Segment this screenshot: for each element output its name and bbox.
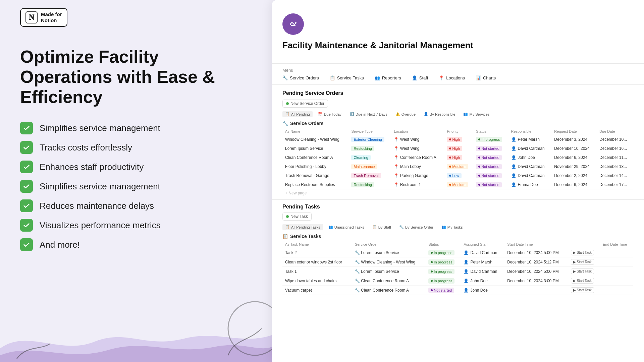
tcol-name: As Task Name bbox=[282, 241, 352, 248]
menu-item-service-orders[interactable]: 🔧 Service Orders bbox=[282, 75, 319, 80]
staff-filter-icon: 📋 bbox=[372, 225, 377, 229]
feature-text: Visualizes performance metrics bbox=[40, 220, 161, 231]
priority: High bbox=[444, 144, 473, 153]
calendar-icon: 📅 bbox=[318, 112, 323, 116]
table-row: Clean exterior windows 2st floor 🔧 Windo… bbox=[282, 257, 633, 267]
tasks-filter-icon: 📋 bbox=[285, 225, 290, 229]
col-responsible: Responsible bbox=[508, 128, 552, 135]
my-tasks-icon: 👥 bbox=[441, 225, 446, 229]
table-row: Task 2 🔧 Lorem Ipsum Service In progress… bbox=[282, 248, 633, 257]
task-start: December 10, 2024 5:00 PM bbox=[504, 267, 568, 276]
col-priority: Priority bbox=[444, 128, 473, 135]
task-status: In progress bbox=[426, 267, 461, 276]
filter-all-pending[interactable]: 📋 All Pending bbox=[282, 111, 313, 117]
order-name: Trash Removal - Garage bbox=[282, 171, 348, 180]
table-row: Vacuum carpet 🔧 Clean Conference Room A … bbox=[282, 286, 633, 295]
new-page-button[interactable]: + New page bbox=[282, 189, 633, 197]
col-due-date: Due Date bbox=[597, 128, 633, 135]
list-item: Reduces maintenance delays bbox=[20, 199, 252, 212]
tcol-staff: Assigned Staff bbox=[461, 241, 504, 248]
table-row: Floor Polishing - Lobby Maintenance 📍 Ma… bbox=[282, 162, 633, 171]
check-icon bbox=[20, 161, 33, 173]
menu-item-reporters[interactable]: 👥 Reporters bbox=[375, 75, 401, 80]
menu-item-staff[interactable]: 👤 Staff bbox=[412, 75, 428, 80]
task-start: December 10, 2024 5:00 PM bbox=[504, 248, 568, 257]
unassigned-icon: 👥 bbox=[328, 225, 333, 229]
service-order-icon: 🔧 bbox=[399, 225, 404, 229]
request-date: December 6, 2024 bbox=[551, 153, 597, 162]
due-date: December 10... bbox=[597, 135, 633, 144]
col-request-date: Request Date bbox=[551, 128, 597, 135]
new-service-order-button[interactable]: New Service Order bbox=[282, 100, 328, 108]
pending-tasks-title: Pending Tasks bbox=[282, 204, 633, 210]
filter-by-staff[interactable]: 📋 By Staff bbox=[370, 224, 394, 230]
filter-by-service-order[interactable]: 🔧 By Service Order bbox=[396, 224, 436, 230]
filter-icon: 📋 bbox=[285, 112, 290, 116]
service-type: Restocking bbox=[348, 144, 391, 153]
notion-badge[interactable]: 𝐍 Made for Notion bbox=[20, 8, 67, 27]
status: Not started bbox=[473, 171, 508, 180]
task-staff: 👤Peter Marsh bbox=[461, 257, 504, 267]
filter-by-responsible[interactable]: 👤 By Responsible bbox=[421, 111, 458, 117]
priority: Medium bbox=[444, 180, 473, 189]
task-action-cell: ▶ Start Task bbox=[568, 276, 600, 286]
col-status: Status bbox=[473, 128, 508, 135]
responsible: 👤David Cartman bbox=[508, 162, 552, 171]
app-icon bbox=[282, 13, 304, 35]
due-date: December 14... bbox=[597, 171, 633, 180]
task-end bbox=[600, 257, 633, 267]
responsible: 👤Peter Marsh bbox=[508, 135, 552, 144]
order-name: Lorem Ipsum Service bbox=[282, 144, 348, 153]
location: 📍 Main Lobby bbox=[391, 162, 444, 171]
new-task-dot bbox=[286, 215, 289, 218]
left-panel: 𝐍 Made for Notion Optimize Facility Oper… bbox=[0, 0, 272, 362]
menu-item-charts[interactable]: 📊 Charts bbox=[476, 75, 496, 80]
check-icon bbox=[20, 219, 33, 232]
status: Not started bbox=[473, 144, 508, 153]
task-name: Task 2 bbox=[282, 248, 352, 257]
menu-item-locations[interactable]: 📍 Locations bbox=[439, 75, 465, 80]
start-task-button[interactable]: ▶ Start Task bbox=[571, 278, 594, 284]
start-task-button[interactable]: ▶ Start Task bbox=[571, 268, 594, 274]
list-item: Simplifies service management bbox=[20, 122, 252, 134]
responsible: 👤David Cartman bbox=[508, 171, 552, 180]
tcol-order: Service Order bbox=[352, 241, 426, 248]
filter-all-tasks[interactable]: 📋 All Pending Tasks bbox=[282, 224, 323, 230]
status: Not started bbox=[473, 180, 508, 189]
filter-my-services[interactable]: 👥 My Services bbox=[461, 111, 492, 117]
request-date: December 10, 2024 bbox=[551, 144, 597, 153]
filter-due-today[interactable]: 📅 Due Today bbox=[315, 111, 344, 117]
priority: Low bbox=[444, 171, 473, 180]
orders-filter-bar: 📋 All Pending 📅 Due Today ➡️ Due in Next… bbox=[282, 111, 633, 117]
service-type: Maintenance bbox=[348, 162, 391, 171]
menu-item-label: Locations bbox=[446, 75, 465, 80]
start-task-button[interactable]: ▶ Start Task bbox=[571, 250, 594, 255]
filter-my-tasks[interactable]: 👥 My Tasks bbox=[439, 224, 466, 230]
task-action-cell: ▶ Start Task bbox=[568, 286, 600, 295]
filter-due-next-7[interactable]: ➡️ Due in Next 7 Days bbox=[347, 111, 390, 117]
task-staff: 👤John Doe bbox=[461, 286, 504, 295]
tcol-end: End Date Time bbox=[600, 241, 633, 248]
tcol-status: Status bbox=[426, 241, 461, 248]
status: In progress bbox=[473, 135, 508, 144]
my-services-icon: 👥 bbox=[463, 112, 468, 116]
table-row: Clean Conference Room A Cleaning 📍 Confe… bbox=[282, 153, 633, 162]
service-type: Restocking bbox=[348, 180, 391, 189]
start-task-button[interactable]: ▶ Start Task bbox=[571, 287, 594, 293]
col-name: As Name bbox=[282, 128, 348, 135]
due-date: December 17... bbox=[597, 180, 633, 189]
right-panel: Facility Maintenance & Janitorial Manage… bbox=[272, 0, 644, 362]
arrow-icon: ➡️ bbox=[350, 112, 354, 116]
new-task-button[interactable]: New Task bbox=[282, 213, 312, 221]
notion-header: Facility Maintenance & Janitorial Manage… bbox=[272, 13, 644, 63]
menu-item-service-tasks[interactable]: 📋 Service Tasks bbox=[330, 75, 364, 80]
svg-point-3 bbox=[290, 23, 291, 25]
start-task-button[interactable]: ▶ Start Task bbox=[571, 259, 594, 265]
filter-overdue[interactable]: ⚠️ Overdue bbox=[393, 111, 418, 117]
responsible: 👤John Doe bbox=[508, 153, 552, 162]
task-order: 🔧 Lorem Ipsum Service bbox=[352, 248, 426, 257]
task-status: Not started bbox=[426, 286, 461, 295]
location: 📍 West Wing bbox=[391, 135, 444, 144]
priority: Medium bbox=[444, 162, 473, 171]
filter-unassigned-tasks[interactable]: 👥 Unassigned Tasks bbox=[326, 224, 367, 230]
